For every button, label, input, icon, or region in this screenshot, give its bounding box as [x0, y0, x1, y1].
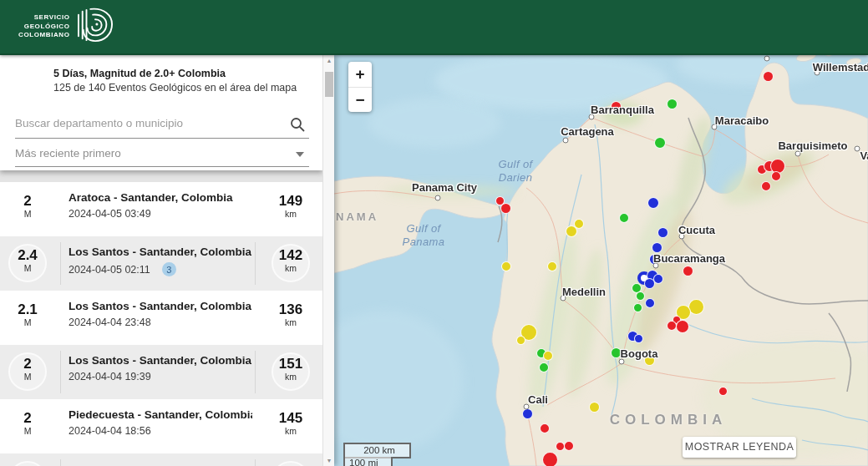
event-meta: 2024-04-05 02:113: [69, 262, 252, 276]
event-info: Los Santos - Santander, Colombia2024-04-…: [69, 236, 252, 276]
city-label: Bucaramanga: [653, 252, 725, 265]
event-meta: 2024-04-05 03:49: [69, 208, 252, 220]
magnitude-value: 2: [5, 194, 50, 209]
event-datetime: 2024-04-04 19:39: [69, 371, 151, 382]
sidebar-scrollbar[interactable]: ▲ ▼: [322, 55, 334, 466]
divider: [60, 459, 61, 466]
magnitude-value: 2.4: [5, 248, 50, 263]
event-meta: 2024-04-04 18:56: [69, 425, 252, 437]
magnitude-unit: M: [5, 317, 50, 328]
search-input[interactable]: [15, 110, 278, 129]
map-zoom-control: + −: [348, 62, 372, 112]
event-magnitude: 2M: [5, 345, 50, 399]
event-magnitude: [5, 453, 50, 466]
event-location: Los Santos - Santander, Colombia: [69, 246, 252, 258]
event-info: Aratoca - Santander, Colombia2024-04-05 …: [69, 182, 252, 220]
magnitude-value: 2.1: [5, 302, 50, 317]
country-label: COLOMBIA: [610, 412, 728, 428]
sea-label: Gulf ofPanama: [403, 222, 445, 249]
depth-value: 142: [268, 248, 313, 263]
divider: [60, 242, 61, 285]
city-marker: [563, 138, 569, 144]
depth-unit: km: [268, 209, 313, 220]
magnitude-unit: M: [5, 426, 50, 437]
event-info: [69, 453, 252, 466]
event-meta: 2024-04-04 19:39: [69, 371, 252, 382]
depth-value: 151: [268, 357, 313, 372]
divider: [255, 459, 256, 466]
cluster-count-badge: 3: [162, 262, 176, 276]
city-label: Maracaibo: [715, 114, 769, 127]
search-icon[interactable]: [289, 116, 306, 133]
event-depth: 149km: [268, 182, 313, 236]
scroll-up-icon[interactable]: ▲: [323, 58, 334, 63]
magnitude-unit: M: [5, 209, 50, 220]
brand-line: SERVICIO: [34, 13, 70, 23]
sidebar: 5 Días, Magnitud de 2.0+ Colombia 125 de…: [0, 55, 334, 466]
event-location: Los Santos - Santander, Colombia: [69, 354, 252, 367]
event-magnitude: 2M: [5, 182, 50, 236]
event-row[interactable]: 2MLos Santos - Santander, Colombia2024-0…: [0, 345, 322, 399]
divider: [255, 242, 256, 285]
depth-unit: km: [268, 372, 313, 382]
events-subtitle: 125 de 140 Eventos Geológicos en el área…: [53, 82, 297, 94]
scroll-down-icon[interactable]: ▼: [323, 458, 334, 463]
sea-label: Gulf ofDarien: [498, 158, 532, 185]
search-row: [15, 110, 309, 139]
event-row[interactable]: [0, 453, 322, 466]
magnitude-value: 2: [5, 411, 50, 426]
event-info: Los Santos - Santander, Colombia2024-04-…: [69, 291, 252, 328]
depth-unit: km: [268, 426, 313, 437]
scrollbar-thumb[interactable]: [325, 72, 333, 97]
brand-text: SERVICIO GEOLÓGICO COLOMBIANO: [18, 13, 70, 40]
depth-unit: km: [268, 317, 313, 328]
sort-value: Más reciente primero: [15, 147, 121, 160]
city-label: Barquisimeto: [778, 139, 847, 152]
sgc-logo: SERVICIO GEOLÓGICO COLOMBIANO: [18, 8, 115, 46]
sgc-spiral-icon: [75, 8, 115, 46]
city-label: Barranquilla: [591, 104, 654, 116]
event-datetime: 2024-04-05 03:49: [69, 208, 151, 220]
zoom-out-button[interactable]: −: [348, 87, 372, 112]
event-info: Los Santos - Santander, Colombia2024-04-…: [69, 345, 252, 382]
event-magnitude: 2.4M: [5, 236, 50, 291]
divider: [255, 351, 256, 393]
country-label: PANAMA: [334, 210, 378, 223]
app: SERVICIO GEOLÓGICO COLOMBIANO 5: [0, 0, 868, 466]
event-depth: 142km: [268, 236, 313, 291]
sort-select[interactable]: Más reciente primero: [15, 142, 309, 167]
event-depth: 151km: [268, 345, 313, 399]
event-row[interactable]: 2MAratoca - Santander, Colombia2024-04-0…: [0, 182, 322, 236]
depth-unit: km: [268, 263, 313, 274]
event-depth: [268, 453, 313, 466]
brand-line: GEOLÓGICO: [24, 23, 70, 32]
city-label: Cartagena: [561, 125, 614, 138]
depth-value: 149: [268, 194, 313, 209]
city-label: Panama City: [412, 181, 477, 194]
city-label: Medellin: [562, 286, 606, 298]
event-location: Los Santos - Santander, Colombia: [69, 300, 252, 312]
city-label: Bogota: [621, 347, 658, 360]
event-location: Piedecuesta - Santander, Colombia: [69, 408, 252, 421]
scale-bar-mi: 100 mi: [343, 457, 393, 466]
magnitude-unit: M: [5, 263, 50, 274]
event-row[interactable]: 2.4MLos Santos - Santander, Colombia2024…: [0, 236, 322, 291]
depth-value: 145: [268, 411, 313, 426]
map-canvas[interactable]: BarranquillaCartagenaMaracaiboWillemstad…: [334, 55, 868, 466]
event-datetime: 2024-04-04 23:48: [69, 317, 151, 328]
event-magnitude: 2.1M: [5, 291, 50, 345]
event-datetime: 2024-04-04 18:56: [69, 425, 151, 437]
show-legend-button[interactable]: MOSTRAR LEYENDA: [683, 437, 796, 458]
event-meta: 2024-04-04 23:48: [69, 317, 252, 328]
city-marker: [435, 195, 441, 201]
event-row[interactable]: 2MPiedecuesta - Santander, Colombia2024-…: [0, 399, 322, 453]
event-row[interactable]: 2.1MLos Santos - Santander, Colombia2024…: [0, 291, 322, 345]
city-label: Va: [860, 149, 868, 162]
sidebar-header: 5 Días, Magnitud de 2.0+ Colombia 125 de…: [0, 55, 322, 170]
brand-line: COLOMBIANO: [18, 31, 70, 40]
city-marker: [764, 56, 770, 62]
zoom-in-button[interactable]: +: [348, 62, 372, 87]
event-magnitude: 2M: [5, 399, 50, 453]
magnitude-value: 2: [5, 357, 50, 372]
divider: [60, 351, 61, 393]
